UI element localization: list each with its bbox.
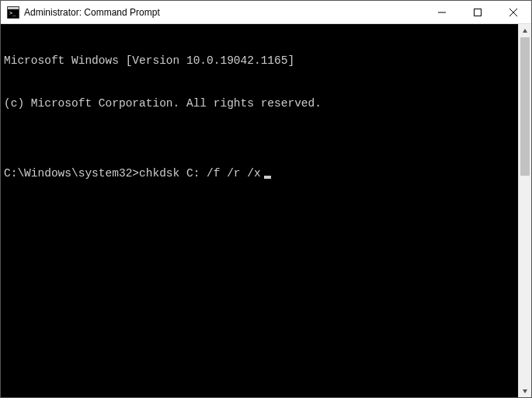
copyright-line: (c) Microsoft Corporation. All rights re… bbox=[4, 96, 515, 110]
version-line: Microsoft Windows [Version 10.0.19042.11… bbox=[4, 54, 515, 68]
svg-text:>_: >_ bbox=[9, 10, 16, 16]
window-controls bbox=[424, 1, 531, 23]
text-cursor bbox=[264, 176, 271, 179]
svg-marker-7 bbox=[523, 29, 527, 33]
svg-rect-4 bbox=[475, 9, 482, 16]
command-text: chkdsk C: /f /r /x bbox=[139, 166, 261, 180]
vertical-scrollbar[interactable] bbox=[518, 24, 531, 397]
command-prompt-window: >_ Administrator: Command Prompt Microso… bbox=[0, 0, 532, 398]
prompt-text: C:\Windows\system32> bbox=[4, 166, 139, 180]
maximize-button[interactable] bbox=[460, 1, 495, 23]
terminal-output[interactable]: Microsoft Windows [Version 10.0.19042.11… bbox=[1, 24, 518, 397]
svg-rect-1 bbox=[8, 7, 19, 9]
scroll-track[interactable] bbox=[519, 37, 531, 384]
scroll-up-arrow-icon[interactable] bbox=[519, 24, 531, 37]
scroll-thumb[interactable] bbox=[520, 37, 530, 176]
window-title: Administrator: Command Prompt bbox=[24, 7, 424, 18]
minimize-button[interactable] bbox=[424, 1, 460, 23]
svg-marker-8 bbox=[523, 389, 527, 393]
client-area: Microsoft Windows [Version 10.0.19042.11… bbox=[1, 24, 531, 397]
cmd-icon: >_ bbox=[7, 6, 19, 19]
close-button[interactable] bbox=[495, 1, 531, 23]
prompt-line: C:\Windows\system32>chkdsk C: /f /r /x bbox=[4, 166, 515, 180]
titlebar[interactable]: >_ Administrator: Command Prompt bbox=[1, 1, 531, 24]
scroll-down-arrow-icon[interactable] bbox=[519, 384, 531, 397]
